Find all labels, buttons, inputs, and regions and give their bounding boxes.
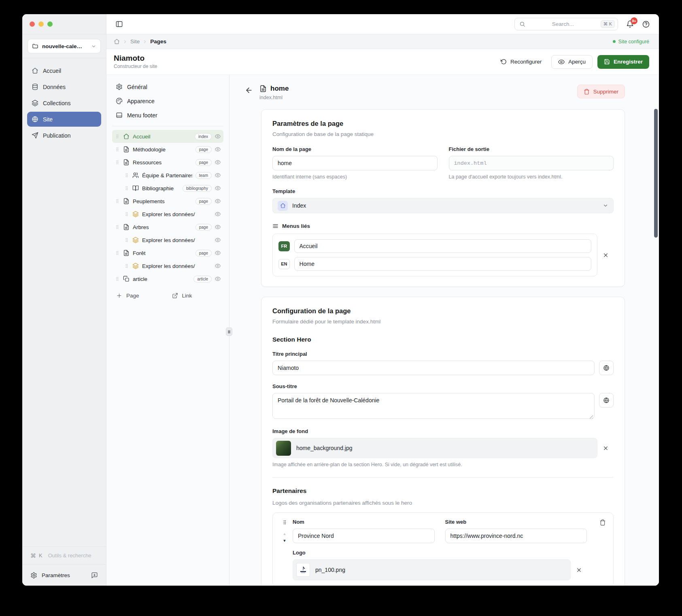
menu-fr-input[interactable]	[294, 239, 592, 253]
zoom-window-button[interactable]	[47, 21, 53, 27]
drag-handle-icon[interactable]	[115, 160, 120, 165]
page-row-peuplements[interactable]: Peuplements page	[112, 195, 223, 208]
scrollbar-thumb[interactable]	[654, 109, 658, 238]
site-status-label: Site configuré	[618, 39, 649, 45]
breadcrumb-site[interactable]: Site	[130, 38, 140, 45]
minimize-window-button[interactable]	[38, 21, 44, 27]
back-button[interactable]	[245, 86, 253, 94]
eye-icon[interactable]	[215, 198, 221, 204]
home-icon	[114, 38, 120, 45]
page-row-foret[interactable]: Forêt page	[112, 246, 223, 259]
drag-handle-icon[interactable]	[115, 251, 120, 255]
file-icon	[123, 250, 130, 256]
template-select[interactable]: Index	[272, 198, 614, 213]
panel-resize-handle[interactable]	[226, 327, 232, 336]
drag-handle-icon[interactable]	[115, 225, 120, 229]
remove-logo-button[interactable]	[571, 563, 587, 576]
eye-icon[interactable]	[215, 172, 221, 178]
workspace-selector[interactable]: nouvelle-cale…	[28, 39, 101, 53]
page-row-explorer-donnees-3[interactable]: Explorer les données/	[121, 259, 223, 272]
page-row-explorer-donnees-2[interactable]: Explorer les données/	[121, 234, 223, 246]
drag-handle-icon[interactable]	[115, 134, 120, 139]
tree-item-menu-footer[interactable]: Menu footer	[112, 108, 223, 122]
drag-handle-icon[interactable]	[115, 147, 120, 152]
notifications-button[interactable]: 9+	[626, 20, 634, 28]
reconfigure-button[interactable]: Reconfigurer	[496, 55, 546, 69]
page-row-article[interactable]: article article	[112, 272, 223, 285]
sidebar-item-accueil[interactable]: Accueil	[27, 63, 101, 78]
file-icon	[123, 224, 130, 230]
eye-icon[interactable]	[215, 211, 221, 217]
tree-item-apparence[interactable]: Apparence	[112, 94, 223, 108]
sidebar-item-site[interactable]: Site	[27, 112, 101, 127]
search-input[interactable]: Search... ⌘ K	[514, 18, 618, 30]
card-subtitle: Configuration de base de la page statiqu…	[272, 131, 614, 137]
save-button[interactable]: Enregistrer	[597, 55, 649, 69]
delete-partner-button[interactable]	[599, 519, 606, 526]
eye-icon[interactable]	[215, 224, 221, 230]
delete-page-button[interactable]: Supprimer	[577, 85, 625, 98]
book-open-icon	[132, 185, 139, 191]
menu-en-input[interactable]	[294, 257, 591, 271]
partner-name-input[interactable]	[293, 529, 435, 543]
page-row-methodologie[interactable]: Méthodologie page	[112, 143, 223, 156]
drag-handle-icon[interactable]	[124, 263, 129, 268]
partner-website-input[interactable]	[445, 529, 587, 543]
eye-icon[interactable]	[215, 276, 221, 282]
drag-handle-icon[interactable]	[124, 212, 129, 217]
move-down-button[interactable]: ▼	[282, 537, 287, 544]
partner-logo-filebox[interactable]: pn_100.png	[293, 559, 571, 580]
page-row-ressources[interactable]: Ressources page	[112, 156, 223, 169]
help-button[interactable]	[642, 20, 650, 28]
app-window: nouvelle-cale… Accueil Données	[22, 14, 659, 586]
remove-background-button[interactable]	[597, 442, 614, 455]
drag-handle-icon[interactable]	[115, 276, 120, 281]
translate-title-button[interactable]	[599, 361, 614, 375]
close-window-button[interactable]	[30, 21, 35, 27]
remove-menu-button[interactable]	[597, 249, 614, 261]
eye-icon[interactable]	[215, 263, 221, 269]
page-row-arbres[interactable]: Arbres page	[112, 221, 223, 234]
drag-handle-icon[interactable]	[124, 238, 129, 242]
translate-subtitle-button[interactable]	[599, 393, 614, 408]
feedback-button[interactable]	[91, 572, 98, 579]
tools-search-shortcut[interactable]: ⌘ K Outils & recherche	[22, 547, 106, 565]
page-row-bibliographie[interactable]: Bibliographie bibliography	[121, 182, 223, 195]
main-title-input[interactable]	[272, 361, 595, 375]
rotate-ccw-icon	[501, 59, 507, 65]
breadcrumb: Site Pages Site configuré	[106, 34, 659, 49]
page-row-equipe-partenaires[interactable]: Équipe & Partenaires team	[121, 169, 223, 182]
drag-handle-icon[interactable]	[115, 199, 120, 204]
page-row-explorer-donnees-1[interactable]: Explorer les données/	[121, 208, 223, 221]
eye-icon[interactable]	[215, 185, 221, 191]
tree-item-general[interactable]: Général	[112, 80, 223, 94]
eye-icon[interactable]	[215, 159, 221, 165]
home-icon	[32, 67, 38, 74]
settings-button[interactable]: Paramètres	[42, 572, 70, 578]
eye-icon[interactable]	[215, 250, 221, 256]
sidebar-footer: ⌘ K Outils & recherche Paramètres	[22, 546, 106, 586]
sidebar-nav: Accueil Données Collections Site	[22, 58, 106, 546]
page-row-accueil[interactable]: Accueil index	[112, 130, 223, 143]
eye-icon[interactable]	[215, 237, 221, 243]
sidebar-item-donnees[interactable]: Données	[27, 79, 101, 94]
add-link-button[interactable]: Link	[168, 290, 224, 301]
sidebar-item-publication[interactable]: Publication	[27, 128, 101, 143]
add-page-button[interactable]: Page	[112, 290, 168, 301]
page-type-badge: bibliography	[183, 185, 212, 192]
drag-handle-icon[interactable]	[124, 173, 129, 178]
output-file-input[interactable]	[449, 156, 614, 170]
background-filebox[interactable]: home_background.jpg	[272, 438, 597, 458]
drag-handle-icon[interactable]	[124, 186, 129, 191]
move-up-button[interactable]: ▲	[282, 531, 287, 537]
menu-en-row: EN	[278, 257, 591, 271]
linked-menus-label: Menus liés	[282, 223, 310, 229]
sidebar-toggle-button[interactable]	[114, 19, 125, 30]
eye-icon[interactable]	[215, 134, 221, 139]
preview-button[interactable]: Aperçu	[551, 55, 593, 69]
subtitle-textarea[interactable]: Portail de la forêt de Nouvelle-Calédoni…	[272, 393, 595, 419]
drag-handle-icon[interactable]	[282, 520, 287, 525]
eye-icon[interactable]	[215, 147, 221, 152]
page-name-input[interactable]	[272, 156, 438, 170]
sidebar-item-collections[interactable]: Collections	[27, 96, 101, 110]
